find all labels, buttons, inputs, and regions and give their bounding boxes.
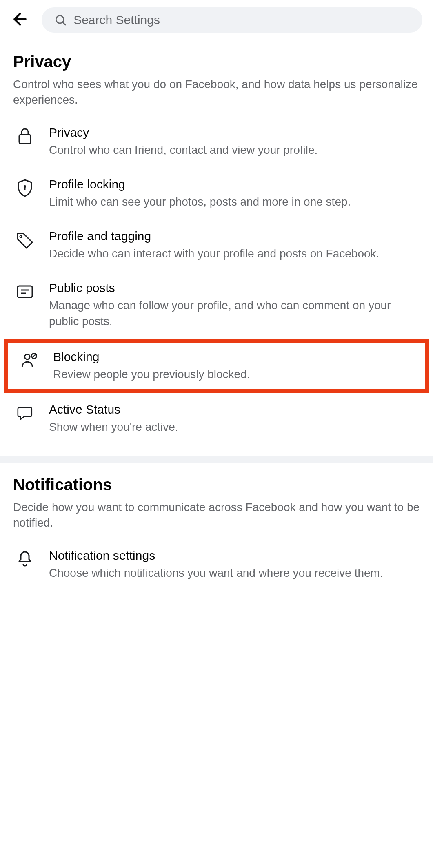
item-desc: Control who can friend, contact and view… [49, 142, 420, 158]
item-title: Active Status [49, 403, 420, 416]
svg-rect-4 [18, 286, 32, 297]
section-title: Notifications [13, 476, 420, 494]
svg-point-3 [20, 236, 22, 238]
item-profile-locking[interactable]: Profile locking Limit who can see your p… [13, 168, 420, 219]
item-desc: Limit who can see your photos, posts and… [49, 194, 420, 210]
tag-icon [13, 229, 37, 250]
item-title: Profile and tagging [49, 229, 420, 243]
arrow-left-icon [11, 10, 29, 29]
section-desc: Control who sees what you do on Facebook… [13, 77, 420, 108]
header [0, 0, 433, 40]
bell-icon [13, 549, 37, 569]
item-profile-tagging[interactable]: Profile and tagging Decide who can inter… [13, 219, 420, 271]
section-desc: Decide how you want to communicate acros… [13, 500, 420, 531]
lock-icon [13, 126, 37, 146]
item-title: Blocking [53, 350, 416, 364]
item-desc: Choose which notifications you want and … [49, 565, 420, 581]
item-notification-settings[interactable]: Notification settings Choose which notif… [13, 539, 420, 591]
search-icon [54, 13, 67, 27]
item-title: Profile locking [49, 177, 420, 191]
item-title: Privacy [49, 126, 420, 140]
item-privacy[interactable]: Privacy Control who can friend, contact … [13, 116, 420, 168]
post-icon [13, 281, 37, 301]
section-separator [0, 456, 433, 463]
item-title: Public posts [49, 281, 420, 295]
shield-icon [13, 177, 37, 198]
svg-line-9 [32, 354, 36, 357]
item-active-status[interactable]: Active Status Show when you're active. [13, 393, 420, 445]
section-privacy: Privacy Control who sees what you do on … [0, 40, 433, 456]
item-desc: Show when you're active. [49, 419, 420, 435]
svg-point-7 [25, 354, 30, 359]
item-title: Notification settings [49, 549, 420, 562]
search-input[interactable] [73, 13, 410, 27]
svg-rect-1 [19, 135, 31, 144]
item-desc: Review people you previously blocked. [53, 366, 416, 382]
back-button[interactable] [11, 10, 29, 30]
item-blocking[interactable]: Blocking Review people you previously bl… [4, 339, 429, 393]
section-title: Privacy [13, 53, 420, 71]
chat-icon [13, 403, 37, 423]
search-bar[interactable] [42, 7, 422, 33]
item-desc: Decide who can interact with your profil… [49, 246, 420, 261]
blocking-icon [17, 350, 41, 370]
section-notifications: Notifications Decide how you want to com… [0, 463, 433, 602]
item-desc: Manage who can follow your profile, and … [49, 297, 420, 329]
item-public-posts[interactable]: Public posts Manage who can follow your … [13, 271, 420, 339]
